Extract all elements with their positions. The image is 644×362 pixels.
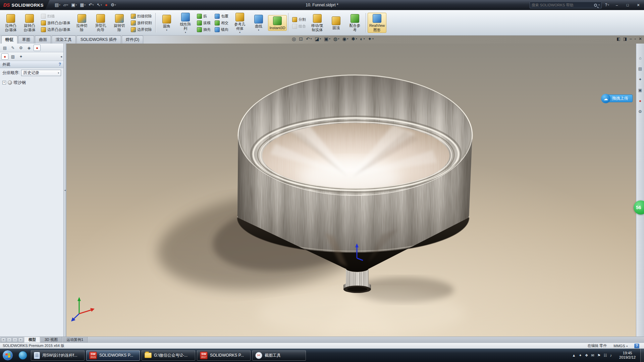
dropdown-caret-icon[interactable]: ▾ bbox=[258, 29, 259, 32]
reference-geometry-button[interactable]: 参考几 何体 ▾ bbox=[230, 11, 249, 35]
revolved-cut-button[interactable]: 旋转切 除 bbox=[110, 13, 129, 33]
search-icon[interactable] bbox=[594, 4, 597, 7]
taskbar-clock[interactable]: 19:45 2019/2/12 bbox=[616, 351, 639, 360]
boundary-cut-button[interactable]: 边界切除 bbox=[130, 26, 153, 33]
search-scope-caret-icon[interactable]: ▾ bbox=[598, 4, 600, 6]
print-icon[interactable]: ▦ ▾ bbox=[79, 2, 87, 8]
collapse-panel-icon[interactable]: ◂ bbox=[60, 55, 62, 58]
tray-mail-icon[interactable]: ✉ bbox=[591, 353, 594, 358]
mirror-button[interactable]: 镜向 bbox=[214, 26, 229, 33]
design-library-icon[interactable]: ▤ bbox=[637, 66, 643, 72]
select-icon[interactable]: ↖ ▾ bbox=[96, 2, 103, 8]
shell-button[interactable]: 抽壳 bbox=[196, 26, 212, 33]
swept-cut-button[interactable]: 扫描切除 bbox=[130, 13, 153, 19]
save-icon[interactable]: ▣ ▾ bbox=[70, 2, 78, 8]
rebuild-icon[interactable]: ● bbox=[104, 2, 109, 8]
units-selector[interactable]: MMGS ▴ bbox=[613, 344, 628, 348]
pane-right-icon[interactable]: ◨ bbox=[623, 37, 627, 41]
viewport-3d-scene[interactable] bbox=[66, 44, 636, 337]
tab-features[interactable]: 特征 bbox=[1, 36, 17, 44]
featuremanager-tab[interactable]: ▤ bbox=[1, 45, 8, 51]
tray-app-icon-1[interactable]: ✦ bbox=[579, 353, 582, 358]
curves-button[interactable]: 曲线 ▾ bbox=[249, 13, 268, 32]
taskbar-button-solidworks-2015[interactable]: SW 2015 SOLIDWORKS P... bbox=[86, 350, 140, 361]
volume-icon[interactable]: ♪ bbox=[610, 353, 612, 358]
displaymanager-tab[interactable]: ● bbox=[34, 45, 41, 51]
tab-nav-button[interactable]: » bbox=[18, 338, 23, 342]
model-tab[interactable]: 模型 bbox=[24, 337, 40, 343]
action-center-icon[interactable]: ⚑ bbox=[597, 353, 601, 358]
mate-reference-button[interactable]: 配合参 考 bbox=[345, 13, 364, 33]
expand-icon[interactable]: + bbox=[2, 81, 6, 84]
undo-icon[interactable]: ↶ ▾ bbox=[88, 2, 95, 8]
file-explorer-icon[interactable]: ✦ bbox=[637, 76, 643, 82]
hole-wizard-button[interactable]: 异型孔 向导 bbox=[91, 13, 110, 33]
appearance-tree-item[interactable]: + 喷沙钢 bbox=[2, 80, 61, 85]
appearances-icon[interactable]: ● bbox=[637, 98, 643, 104]
network-icon[interactable]: ☷ bbox=[604, 353, 607, 358]
apply-scene-icon[interactable]: ◐ ▾ bbox=[360, 36, 365, 42]
hidden-icons-button[interactable]: ▲ bbox=[572, 353, 576, 358]
swept-boss-button[interactable]: 扫描 bbox=[40, 13, 56, 19]
configurationmanager-tab[interactable]: ⚙ bbox=[17, 45, 24, 51]
move-copy-bodies-button[interactable]: 移动/复 制实体 bbox=[308, 13, 327, 33]
open-file-icon[interactable]: ▱ ▾ bbox=[62, 2, 69, 8]
dropdown-caret-icon[interactable]: ▾ bbox=[329, 38, 330, 40]
status-help-button[interactable]: ? bbox=[634, 344, 639, 348]
options-icon[interactable]: ⚙ ▾ bbox=[110, 2, 117, 8]
tab-render-tools[interactable]: 渲染工具 bbox=[52, 36, 76, 44]
lofted-cut-button[interactable]: 放样切割 bbox=[130, 20, 153, 26]
extruded-boss-button[interactable]: 拉伸凸 台/基体 bbox=[1, 13, 20, 33]
custom-properties-icon[interactable]: ⚙ bbox=[637, 109, 643, 115]
intersect-button[interactable]: 相交 bbox=[214, 20, 229, 26]
taskbar-button-connecting-rod-doc[interactable]: 用SW设计的连杆f... bbox=[31, 350, 85, 361]
decals-subtab[interactable]: ▨ bbox=[9, 53, 16, 60]
split-button[interactable]: 分割 bbox=[291, 16, 307, 22]
hide-show-items-icon[interactable]: ◉ ▾ bbox=[342, 36, 348, 42]
doc-restore-button[interactable]: ▫ bbox=[635, 37, 636, 41]
combine-button[interactable]: 组合 bbox=[291, 23, 307, 29]
instant3d-button[interactable]: Instant3D bbox=[268, 15, 287, 31]
tab-nav-button[interactable]: « bbox=[1, 338, 6, 342]
view-palette-icon[interactable]: ▣ bbox=[637, 87, 643, 93]
start-button[interactable] bbox=[2, 350, 13, 361]
help-button[interactable]: ? ▾ bbox=[604, 3, 610, 7]
close-button[interactable]: ✕ bbox=[634, 2, 643, 8]
dome-button[interactable]: 圆顶 bbox=[327, 15, 345, 31]
tab-nav-button[interactable]: ‹ bbox=[7, 338, 12, 342]
dropdown-caret-icon[interactable]: ▾ bbox=[364, 38, 365, 40]
graphics-area[interactable]: ☁ 拖拽上传 bbox=[66, 44, 636, 337]
doc-minimize-button[interactable]: – bbox=[630, 37, 632, 41]
boundary-boss-button[interactable]: 边界凸台/基体 bbox=[40, 26, 71, 33]
tab-sketch[interactable]: 草图 bbox=[18, 36, 34, 44]
dropdown-caret-icon[interactable]: ▾ bbox=[166, 29, 167, 32]
display-style-icon[interactable]: ◍ ▾ bbox=[333, 36, 339, 42]
pane-left-icon[interactable]: ◧ bbox=[616, 37, 620, 41]
lofted-boss-button[interactable]: 放样凸台/基体 bbox=[40, 20, 71, 26]
previous-view-icon[interactable]: ↶ ▾ bbox=[306, 36, 312, 42]
realview-graphics-button[interactable]: RealView 图形 bbox=[368, 13, 386, 33]
scene-lights-subtab[interactable]: ✦ bbox=[17, 53, 24, 60]
appearances-subtab[interactable]: ● bbox=[1, 53, 8, 60]
dropdown-caret-icon[interactable]: ▾ bbox=[320, 38, 321, 40]
panel-help-button[interactable]: ? bbox=[59, 62, 61, 67]
view-settings-icon[interactable]: ✦ ▾ bbox=[368, 36, 373, 42]
views-3d-tab[interactable]: 3D 视图 bbox=[40, 337, 62, 343]
minimize-button[interactable]: – bbox=[612, 2, 621, 8]
motion-study-tab[interactable]: 运动算例1 bbox=[62, 337, 88, 343]
show-desktop-button[interactable] bbox=[640, 349, 644, 362]
taskbar-button-folder[interactable]: G:\微信公众号\2-... bbox=[142, 350, 195, 361]
dropdown-caret-icon[interactable]: ▾ bbox=[356, 38, 357, 40]
drag-upload-button[interactable]: ☁ 拖拽上传 bbox=[605, 95, 633, 102]
dropdown-caret-icon[interactable]: ▾ bbox=[185, 31, 186, 34]
search-input[interactable] bbox=[532, 3, 593, 7]
linear-pattern-button[interactable]: 线性阵 列 ▾ bbox=[176, 11, 195, 35]
search-box[interactable]: ▾ bbox=[530, 2, 602, 8]
tab-surfaces[interactable]: 曲面 bbox=[35, 36, 51, 44]
dropdown-caret-icon[interactable]: ▾ bbox=[372, 38, 374, 40]
resources-icon[interactable]: ⌂ bbox=[637, 55, 643, 61]
extruded-cut-button[interactable]: 拉伸切 除 bbox=[72, 13, 91, 33]
dimxpertmanager-tab[interactable]: ◈ bbox=[25, 45, 33, 51]
tab-weldments[interactable]: 焊件(D) bbox=[122, 36, 144, 44]
tray-app-icon-2[interactable]: ❖ bbox=[585, 353, 588, 358]
